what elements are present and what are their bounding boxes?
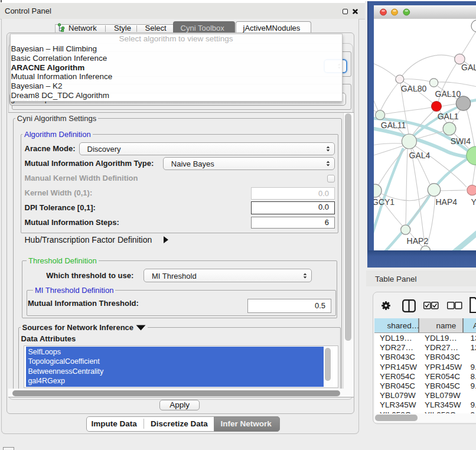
svg-text:GCY1: GCY1 [372, 197, 395, 207]
svg-text:HAP2: HAP2 [407, 236, 429, 246]
svg-text:YPL: YPL [471, 197, 476, 207]
svg-text:GAL10: GAL10 [435, 89, 461, 99]
svg-text:SWI4: SWI4 [451, 136, 471, 146]
svg-text:GAL4: GAL4 [409, 151, 431, 160]
svg-text:GAL11: GAL11 [381, 120, 406, 130]
svg-text:GAL7: GAL7 [461, 63, 476, 72]
svg-text:HAP4: HAP4 [436, 197, 458, 207]
svg-text:GAL80: GAL80 [401, 84, 427, 93]
svg-text:GAL1: GAL1 [438, 112, 459, 121]
